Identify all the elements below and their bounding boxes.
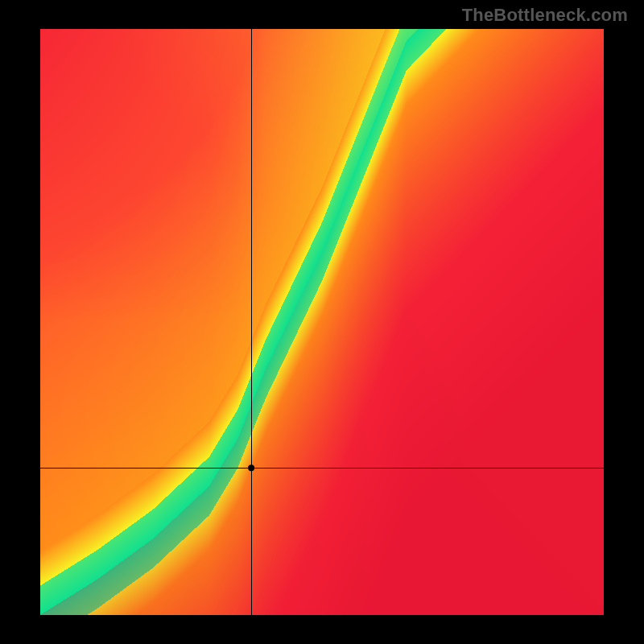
chart-frame: TheBottleneck.com [0,0,644,644]
heatmap-canvas [40,29,604,615]
watermark-text: TheBottleneck.com [462,5,628,26]
